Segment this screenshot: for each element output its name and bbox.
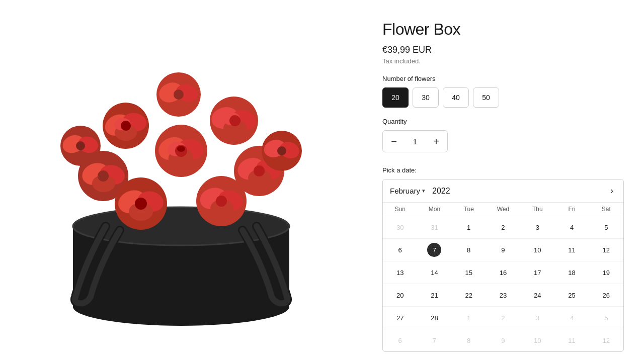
calendar-next-button[interactable]: ›: [607, 185, 616, 197]
cal-day-27[interactable]: 27: [383, 307, 417, 329]
flower-count-label: Number of flowers: [382, 75, 624, 82]
calendar-month-chevron: ▾: [422, 188, 425, 194]
cal-day-1[interactable]: 1: [452, 216, 486, 238]
cal-day-4[interactable]: 4: [554, 216, 589, 238]
product-price: €39,99 EUR: [382, 45, 624, 55]
day-sat: Sat: [589, 203, 623, 216]
quantity-increase-button[interactable]: +: [425, 131, 447, 152]
cal-day-25[interactable]: 25: [554, 284, 589, 306]
svg-point-43: [216, 196, 227, 207]
calendar-grid: Sun Mon Tue Wed Thu Fri Sat 30 31 1 2 3: [383, 202, 623, 351]
flower-option-20[interactable]: 20: [382, 87, 409, 108]
svg-point-55: [174, 89, 184, 100]
cal-day-26[interactable]: 26: [589, 284, 623, 306]
day-sun: Sun: [383, 203, 417, 216]
cal-day-11-next-2[interactable]: 11: [554, 329, 589, 351]
calendar-year: 2022: [432, 187, 450, 196]
cal-day-10[interactable]: 10: [520, 239, 554, 261]
day-wed: Wed: [486, 203, 520, 216]
cal-day-28[interactable]: 28: [417, 307, 451, 329]
calendar-week-6: 6 7 8 9 10 11 12: [383, 329, 623, 351]
page-container: Flower Box €39,99 EUR Tax included. Numb…: [0, 0, 644, 362]
cal-day-7-selected[interactable]: 7: [417, 239, 451, 261]
calendar-month-wrapper: February ▾: [390, 187, 425, 195]
cal-day-6-next-2[interactable]: 6: [383, 329, 417, 351]
calendar-week-1: 30 31 1 2 3 4 5: [383, 216, 623, 238]
cal-day-9[interactable]: 9: [486, 239, 520, 261]
cal-day-16[interactable]: 16: [486, 261, 520, 284]
svg-point-28: [98, 170, 109, 182]
product-title: Flower Box: [382, 20, 624, 39]
tax-info: Tax included.: [382, 57, 624, 65]
calendar-week-4: 20 21 22 23 24 25 26: [383, 284, 623, 306]
cal-day-12-next-2[interactable]: 12: [589, 329, 623, 351]
day-tue: Tue: [452, 203, 486, 216]
calendar-week-3: 13 14 15 16 17 18 19: [383, 261, 623, 284]
cal-day-5[interactable]: 5: [589, 216, 623, 238]
calendar-days-header: Sun Mon Tue Wed Thu Fri Sat: [383, 202, 623, 216]
cal-day-4-next-1[interactable]: 4: [554, 307, 589, 329]
product-details-section: Flower Box €39,99 EUR Tax included. Numb…: [362, 0, 644, 362]
svg-point-11: [177, 146, 185, 152]
cal-day-19[interactable]: 19: [589, 261, 623, 284]
cal-day-15[interactable]: 15: [452, 261, 486, 284]
cal-day-24[interactable]: 24: [520, 284, 554, 306]
cal-day-6[interactable]: 6: [383, 239, 417, 261]
calendar-week-5: 27 28 1 2 3 4 5: [383, 306, 623, 329]
svg-point-23: [229, 115, 240, 126]
calendar-weeks: 30 31 1 2 3 4 5 6 7 8 9 10: [383, 216, 623, 351]
cal-day-5-next-1[interactable]: 5: [589, 307, 623, 329]
cal-day-12[interactable]: 12: [589, 239, 623, 261]
cal-day-11[interactable]: 11: [554, 239, 589, 261]
cal-day-7-next-2[interactable]: 7: [417, 329, 451, 351]
flower-option-40[interactable]: 40: [443, 87, 469, 108]
quantity-value: 1: [405, 137, 425, 146]
cal-day-9-next-2[interactable]: 9: [486, 329, 520, 351]
cal-day-31-prev[interactable]: 31: [417, 216, 451, 238]
cal-day-3-next-1[interactable]: 3: [520, 307, 554, 329]
product-image: [10, 10, 352, 352]
product-image-section: [0, 0, 362, 362]
cal-day-10-next-2[interactable]: 10: [520, 329, 554, 351]
cal-day-1-next-1[interactable]: 1: [452, 307, 486, 329]
day-fri: Fri: [554, 203, 589, 216]
cal-day-8-next-2[interactable]: 8: [452, 329, 486, 351]
cal-day-18[interactable]: 18: [554, 261, 589, 284]
cal-day-17[interactable]: 17: [520, 261, 554, 284]
svg-point-51: [277, 146, 286, 155]
cal-day-23[interactable]: 23: [486, 284, 520, 306]
calendar-header: February ▾ 2022 ›: [383, 179, 623, 202]
cal-day-3[interactable]: 3: [520, 216, 554, 238]
flower-count-options: 20 30 40 50: [382, 87, 624, 108]
svg-point-33: [254, 165, 265, 176]
svg-point-47: [76, 141, 85, 150]
quantity-control: − 1 +: [382, 130, 448, 152]
calendar-week-2: 6 7 8 9 10 11 12: [383, 238, 623, 261]
calendar-month: February: [390, 187, 420, 195]
cal-day-14[interactable]: 14: [417, 261, 451, 284]
day-mon: Mon: [417, 203, 451, 216]
flower-option-50[interactable]: 50: [473, 87, 499, 108]
quantity-label: Quantity: [382, 118, 624, 125]
cal-day-30-prev[interactable]: 30: [383, 216, 417, 238]
pick-date-label: Pick a date:: [382, 166, 624, 174]
cal-day-2[interactable]: 2: [486, 216, 520, 238]
cal-day-22[interactable]: 22: [452, 284, 486, 306]
quantity-decrease-button[interactable]: −: [383, 131, 405, 152]
flower-option-30[interactable]: 30: [413, 87, 439, 108]
svg-point-17: [121, 121, 131, 131]
calendar: February ▾ 2022 › Sun Mon Tue Wed Thu Fr…: [382, 179, 624, 352]
day-thu: Thu: [520, 203, 554, 216]
cal-day-20[interactable]: 20: [383, 284, 417, 306]
cal-day-21[interactable]: 21: [417, 284, 451, 306]
cal-day-13[interactable]: 13: [383, 261, 417, 284]
cal-day-8[interactable]: 8: [452, 239, 486, 261]
cal-day-2-next-1[interactable]: 2: [486, 307, 520, 329]
svg-point-38: [135, 198, 147, 210]
